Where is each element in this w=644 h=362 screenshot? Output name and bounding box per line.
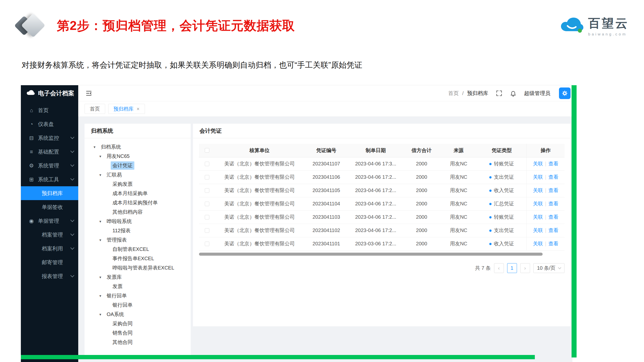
fullscreen-icon[interactable] <box>496 90 502 97</box>
tree-node[interactable]: 成本月结采购单 <box>87 189 189 198</box>
view-link[interactable]: 查看 <box>548 188 558 193</box>
tree-caret-icon[interactable]: ▾ <box>94 145 99 149</box>
sidebar-item-report-management[interactable]: 报表管理 <box>21 269 78 283</box>
menu-fold-icon[interactable] <box>85 90 92 97</box>
tree-node[interactable]: 事件报告单EXCEL <box>87 254 189 263</box>
cell-debit-total: 2000 <box>403 224 440 237</box>
tree-node[interactable]: 会计凭证 <box>87 161 189 170</box>
cell-actions: 关联|查看 <box>527 197 565 210</box>
row-checkbox[interactable] <box>205 162 209 166</box>
sidebar-item-system-tools[interactable]: ⊞系统工具 <box>21 172 78 186</box>
cell-unit: 美诺（北京）餐饮管理有限公司 <box>215 224 304 237</box>
associate-link[interactable]: 关联 <box>533 174 543 180</box>
table-row: 美诺（北京）餐饮管理有限公司20230411072023-04-06 17:3.… <box>199 157 565 170</box>
breadcrumb-home[interactable]: 首页 <box>448 90 459 96</box>
chevron-down-icon <box>70 218 74 222</box>
tree-node[interactable]: ▾管理报表 <box>87 235 189 245</box>
tree-node[interactable]: 成本月结采购预付单 <box>87 198 189 207</box>
view-link[interactable]: 查看 <box>548 228 558 233</box>
tree-node[interactable]: 自制管表EXCEL <box>87 245 189 254</box>
tree-node[interactable]: 采购发票 <box>87 179 189 189</box>
sidebar-item-mail-management[interactable]: 邮寄管理 <box>21 255 78 269</box>
tree-caret-icon[interactable]: ▾ <box>99 154 105 159</box>
tree-node[interactable]: 112报表 <box>87 226 189 235</box>
row-checkbox[interactable] <box>205 215 209 219</box>
next-page-button[interactable]: › <box>520 263 530 273</box>
sidebar-item-archive-management[interactable]: 档案管理 <box>21 228 78 242</box>
associate-link[interactable]: 关联 <box>533 161 543 166</box>
tree-node-label: 112报表 <box>111 227 132 235</box>
breadcrumb-current: 预归档库 <box>467 90 488 96</box>
tree-caret-icon[interactable]: ▾ <box>99 275 105 280</box>
associate-link[interactable]: 关联 <box>533 228 543 233</box>
associate-link[interactable]: 关联 <box>533 201 543 206</box>
view-link[interactable]: 查看 <box>548 174 558 180</box>
tree-node[interactable]: 发票 <box>87 282 189 291</box>
row-checkbox-cell <box>199 224 215 237</box>
tree-node[interactable]: 其他合同 <box>87 338 189 347</box>
settings-button[interactable] <box>559 87 571 99</box>
tab-item-1[interactable]: 预归档库× <box>108 104 145 114</box>
sidebar-item-doc-management[interactable]: ◉单据管理 <box>21 214 78 228</box>
page-number-button[interactable]: 1 <box>507 263 517 273</box>
sidebar-item-doc-sign-receipt[interactable]: 单据签收 <box>21 200 78 214</box>
tree-node[interactable]: 银行回单 <box>87 300 189 310</box>
sidebar-item-system-monitor[interactable]: ⊟系统监控 <box>21 131 78 145</box>
tree-node-label: 采购合同 <box>111 320 134 328</box>
view-link[interactable]: 查看 <box>548 214 558 220</box>
cell-voucher-type: 转账凭证 <box>477 210 527 224</box>
cell-date: 2023-04-06 17:2... <box>349 170 403 184</box>
tree-caret-icon[interactable]: ▾ <box>99 173 105 177</box>
prev-page-button[interactable]: ‹ <box>494 263 504 273</box>
tree-caret-icon[interactable]: ▾ <box>99 294 105 298</box>
sidebar-item-basic-config[interactable]: ≡基础配置 <box>21 145 78 159</box>
cell-debit-total: 2000 <box>403 210 440 224</box>
tree-node[interactable]: ▾哗啦啦系统 <box>87 217 189 226</box>
brand-name: 百望云 <box>588 15 629 31</box>
sidebar-item-dashboard[interactable]: ◔仪表盘 <box>21 117 78 131</box>
associate-link[interactable]: 关联 <box>533 214 543 220</box>
view-link[interactable]: 查看 <box>548 201 558 206</box>
associate-link[interactable]: 关联 <box>533 241 543 246</box>
sidebar-item-archive-usage[interactable]: 档案利用 <box>21 242 78 255</box>
tree-node[interactable]: 其他归档内容 <box>87 207 189 217</box>
tree-node[interactable]: ▾OA系统 <box>87 310 189 319</box>
horizontal-scrollbar[interactable] <box>199 253 543 256</box>
tree-node[interactable]: 哗啦啦与管表差异表EXCEL <box>87 263 189 273</box>
sidebar-item-pre-archive-library[interactable]: 预归档库 <box>21 186 78 200</box>
tree-node[interactable]: ▾发票库 <box>87 273 189 282</box>
bell-icon[interactable] <box>510 90 516 97</box>
associate-link[interactable]: 关联 <box>533 188 543 193</box>
cell-date: 2023-03-06 17:2... <box>349 237 403 250</box>
tab-item-0[interactable]: 首页 <box>85 104 105 114</box>
tree-node[interactable]: ▾汇联易 <box>87 170 189 179</box>
voucher-type-dot <box>489 190 492 192</box>
tree-node-label: 哗啦啦与管表差异表EXCEL <box>111 264 176 272</box>
tree-node[interactable]: 采购合同 <box>87 319 189 328</box>
sidebar-item-system-management[interactable]: ⚙系统管理 <box>21 159 78 172</box>
tree-caret-icon[interactable]: ▾ <box>99 312 105 317</box>
row-checkbox[interactable] <box>205 202 209 206</box>
row-checkbox[interactable] <box>205 188 209 193</box>
select-all-checkbox[interactable] <box>205 148 209 153</box>
tree-node[interactable]: ▾用友NC65 <box>87 152 189 161</box>
row-checkbox[interactable] <box>205 228 209 233</box>
view-link[interactable]: 查看 <box>548 161 558 166</box>
tree-node[interactable]: 销售合同 <box>87 328 189 338</box>
row-checkbox[interactable] <box>205 175 209 179</box>
tab-close-icon[interactable]: × <box>137 106 140 112</box>
view-link[interactable]: 查看 <box>548 241 558 246</box>
tree-caret-icon[interactable]: ▾ <box>99 219 105 224</box>
cell-voucher-type: 支出凭证 <box>477 170 527 184</box>
cell-source: 用友NC <box>440 170 477 184</box>
tree-caret-icon[interactable]: ▾ <box>99 238 105 242</box>
tree-node-label: 其他合同 <box>111 338 134 346</box>
tree-node[interactable]: ▾归档系统 <box>87 142 189 152</box>
chevron-down-icon <box>70 232 74 236</box>
sidebar-item-label: 档案管理 <box>42 231 63 238</box>
current-user[interactable]: 超级管理员 <box>524 90 550 97</box>
sidebar-item-home[interactable]: ⌂首页 <box>21 103 78 117</box>
row-checkbox[interactable] <box>205 242 209 246</box>
tree-node[interactable]: ▾银行回单 <box>87 291 189 300</box>
page-size-select[interactable]: 10 条/页 <box>533 263 565 273</box>
